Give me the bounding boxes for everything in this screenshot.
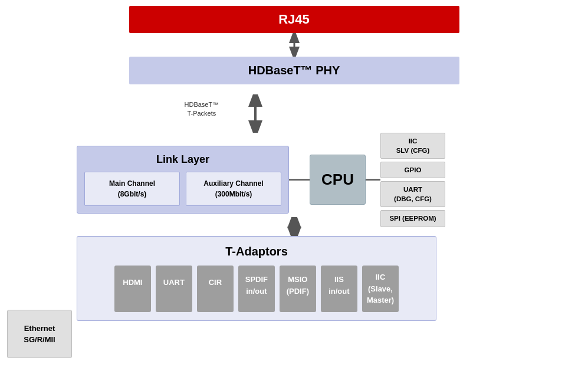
adaptor-hdmi: HDMI bbox=[114, 266, 151, 312]
adaptor-msio: MSIO(PDIF) bbox=[280, 266, 316, 312]
hdbaset-tpackets-label: HDBaseT™T-Packets bbox=[185, 100, 219, 119]
adaptor-iis: IISin/out bbox=[321, 266, 357, 312]
ethernet-label: EthernetSG/R/MII bbox=[24, 323, 55, 346]
adaptor-spdif: SPDIFin/out bbox=[238, 266, 275, 312]
cpu-connector-line bbox=[289, 179, 310, 181]
right-box-gpio: GPIO bbox=[380, 162, 445, 178]
center-column: HDBaseT™T-Packets bbox=[77, 94, 445, 227]
diagram-container: RJ45 HDBaseT™ PHY bbox=[0, 0, 588, 367]
t-adaptors-grid: HDMI UART CIR SPDIFin/out MSIO(PDIF) IIS… bbox=[84, 266, 429, 312]
ethernet-box: EthernetSG/R/MII bbox=[7, 310, 72, 358]
left-spacer bbox=[0, 94, 77, 227]
right-connector-line bbox=[366, 179, 380, 181]
right-box-iic: IICSLV (CFG) bbox=[380, 133, 445, 159]
adaptor-iic: IIC(Slave,Master) bbox=[362, 266, 399, 312]
t-adaptors-section: T-Adaptors HDMI UART CIR SPDIFin/out MSI… bbox=[77, 236, 436, 321]
rj45-bar: RJ45 bbox=[129, 6, 459, 33]
arrow-linklayer-to-tadaptors bbox=[282, 217, 306, 238]
link-layer-title: Link Layer bbox=[84, 153, 281, 166]
adaptor-cir: CIR bbox=[197, 266, 234, 312]
link-layer-box: Link Layer Main Channel(8Gbit/s) Auxilia… bbox=[77, 146, 289, 214]
link-layer-channels: Main Channel(8Gbit/s) Auxiliary Channel(… bbox=[84, 172, 281, 206]
hdbaset-phy-bar: HDBaseT™ PHY bbox=[129, 57, 459, 84]
arrow-rj45-to-phy bbox=[282, 33, 306, 57]
right-box-uart: UART(DBG, CFG) bbox=[380, 181, 445, 207]
cpu-box: CPU bbox=[310, 155, 366, 205]
auxiliary-channel-box: Auxiliary Channel(300Mbit/s) bbox=[186, 172, 281, 206]
middle-section: HDBaseT™T-Packets bbox=[0, 94, 588, 227]
arrow-phy-to-linklayer bbox=[238, 94, 273, 133]
main-channel-box: Main Channel(8Gbit/s) bbox=[84, 172, 180, 206]
top-section: RJ45 HDBaseT™ PHY bbox=[129, 6, 459, 84]
adaptor-uart: UART bbox=[156, 266, 192, 312]
arrow-area: HDBaseT™T-Packets bbox=[155, 94, 367, 133]
right-panel: IICSLV (CFG) GPIO UART(DBG, CFG) SPI (EE… bbox=[380, 133, 445, 227]
right-box-spi: SPI (EEPROM) bbox=[380, 210, 445, 227]
link-layer-cpu-row: Link Layer Main Channel(8Gbit/s) Auxilia… bbox=[77, 133, 445, 227]
t-adaptors-title: T-Adaptors bbox=[84, 245, 429, 258]
